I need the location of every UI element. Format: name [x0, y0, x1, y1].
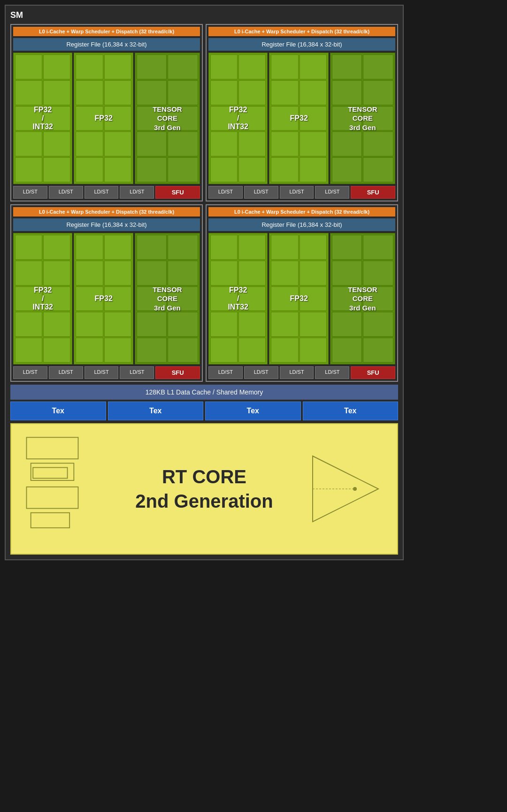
cores-section-3: FP32/INT32 FP32	[13, 233, 200, 364]
cores-section-4: FP32/INT32 FP32	[208, 233, 395, 364]
ldst-4: LD/ST	[120, 186, 154, 199]
ldst-6: LD/ST	[244, 186, 278, 199]
cores-section-1: FP32/INT32 FP32	[13, 53, 200, 184]
rt-core-arrow-svg	[308, 451, 383, 526]
sfu-2: SFU	[351, 186, 395, 199]
register-file-bar-1: Register File (16,384 x 32-bit)	[13, 38, 200, 51]
sub-processor-4: L0 i-Cache + Warp Scheduler + Dispatch (…	[206, 204, 398, 382]
bottom-units-1: LD/ST LD/ST LD/ST LD/ST SFU	[13, 186, 200, 199]
cores-section-2: FP32/INT32 FP32	[208, 53, 395, 184]
tex-unit-1: Tex	[10, 402, 106, 420]
bottom-units-4: LD/ST LD/ST LD/ST LD/ST SFU	[208, 366, 395, 379]
ldst-8: LD/ST	[315, 186, 349, 199]
sfu-3: SFU	[155, 366, 200, 379]
register-file-bar-4: Register File (16,384 x 32-bit)	[208, 218, 395, 231]
register-file-bar-3: Register File (16,384 x 32-bit)	[13, 218, 200, 231]
fp32-block-2: FP32	[269, 53, 328, 184]
quad-grid: L0 i-Cache + Warp Scheduler + Dispatch (…	[10, 24, 398, 382]
fp32-int32-block-3: FP32/INT32	[13, 233, 72, 364]
ldst-13: LD/ST	[208, 366, 243, 379]
tensor-core-block-3: TENSORCORE3rd Gen	[135, 233, 200, 364]
sub-processor-2: L0 i-Cache + Warp Scheduler + Dispatch (…	[206, 24, 398, 201]
ldst-3: LD/ST	[84, 186, 119, 199]
l0-cache-bar-4: L0 i-Cache + Warp Scheduler + Dispatch (…	[208, 207, 395, 217]
svg-rect-2	[33, 468, 67, 479]
fp32-int32-block-4: FP32/INT32	[208, 233, 268, 364]
sm-container: SM L0 i-Cache + Warp Scheduler + Dispatc…	[5, 5, 404, 560]
ldst-5: LD/ST	[208, 186, 243, 199]
l0-cache-bar-1: L0 i-Cache + Warp Scheduler + Dispatch (…	[13, 27, 200, 36]
sub-processor-3: L0 i-Cache + Warp Scheduler + Dispatch (…	[10, 204, 203, 382]
tex-unit-4: Tex	[303, 402, 399, 420]
bottom-units-3: LD/ST LD/ST LD/ST LD/ST SFU	[13, 366, 200, 379]
l0-cache-bar-3: L0 i-Cache + Warp Scheduler + Dispatch (…	[13, 207, 200, 217]
svg-rect-4	[31, 513, 69, 528]
sfu-1: SFU	[155, 186, 200, 199]
l0-cache-bar-2: L0 i-Cache + Warp Scheduler + Dispatch (…	[208, 27, 395, 36]
tensor-core-block-4: TENSORCORE3rd Gen	[330, 233, 395, 364]
fp32-block-1: FP32	[74, 53, 133, 184]
register-file-bar-2: Register File (16,384 x 32-bit)	[208, 38, 395, 51]
bottom-units-2: LD/ST LD/ST LD/ST LD/ST SFU	[208, 186, 395, 199]
svg-point-7	[353, 487, 357, 491]
l1-cache-bar: 128KB L1 Data Cache / Shared Memory	[10, 385, 398, 400]
tex-unit-2: Tex	[108, 402, 204, 420]
ldst-9: LD/ST	[13, 366, 47, 379]
fp32-int32-block-1: FP32/INT32	[13, 53, 72, 184]
sub-processor-1: L0 i-Cache + Warp Scheduler + Dispatch (…	[10, 24, 203, 201]
rt-core-label: RT CORE2nd Generation	[135, 464, 273, 513]
rt-core-shapes-svg	[18, 429, 112, 532]
ldst-15: LD/ST	[280, 366, 314, 379]
rt-core-section: RT CORE2nd Generation	[10, 423, 398, 555]
ldst-16: LD/ST	[315, 366, 349, 379]
tex-row: Tex Tex Tex Tex	[10, 402, 398, 420]
tex-unit-3: Tex	[205, 402, 301, 420]
ldst-14: LD/ST	[244, 366, 278, 379]
svg-rect-3	[27, 487, 78, 509]
ldst-11: LD/ST	[84, 366, 119, 379]
ldst-10: LD/ST	[49, 366, 83, 379]
ldst-1: LD/ST	[13, 186, 47, 199]
sm-label: SM	[10, 10, 398, 20]
sfu-4: SFU	[351, 366, 395, 379]
tensor-core-block-2: TENSORCORE3rd Gen	[330, 53, 395, 184]
fp32-block-3: FP32	[74, 233, 133, 364]
svg-rect-0	[27, 437, 78, 459]
fp32-int32-block-2: FP32/INT32	[208, 53, 268, 184]
ldst-2: LD/ST	[49, 186, 83, 199]
fp32-block-4: FP32	[269, 233, 328, 364]
ldst-7: LD/ST	[280, 186, 314, 199]
ldst-12: LD/ST	[120, 366, 154, 379]
tensor-core-block-1: TENSORCORE3rd Gen	[135, 53, 200, 184]
